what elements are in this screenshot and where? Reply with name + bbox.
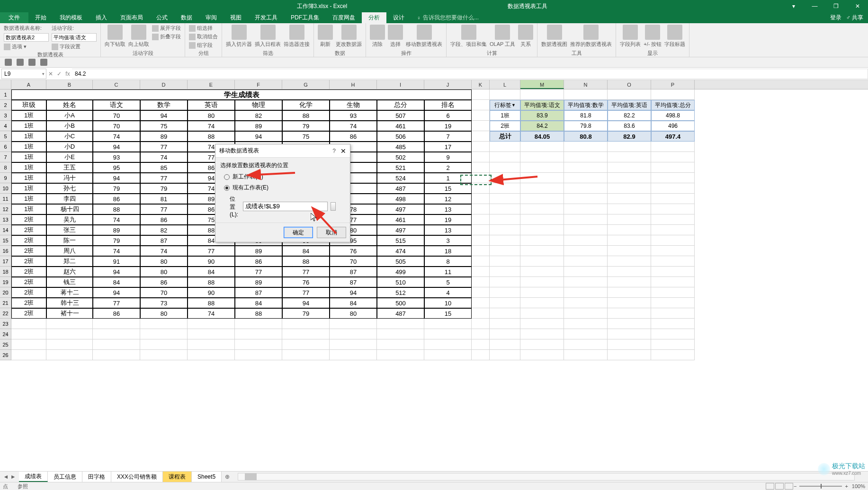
cell[interactable] xyxy=(93,339,140,350)
cell[interactable] xyxy=(651,183,695,194)
cell[interactable] xyxy=(520,89,564,100)
cell[interactable]: 77 xyxy=(188,246,235,256)
tab-view[interactable]: 视图 xyxy=(224,12,248,23)
cell[interactable]: 79 xyxy=(282,121,330,131)
cell[interactable] xyxy=(520,214,564,225)
cell[interactable]: 88 xyxy=(188,298,235,308)
cell[interactable] xyxy=(424,339,472,350)
cell[interactable]: 80 xyxy=(330,308,377,319)
cell[interactable]: 韩十三 xyxy=(46,298,93,308)
cell[interactable]: 487 xyxy=(377,183,424,194)
cell[interactable] xyxy=(651,267,695,277)
cell[interactable]: 1班 xyxy=(11,121,46,131)
cell[interactable]: 85 xyxy=(140,162,188,173)
cell[interactable]: 77 xyxy=(140,204,188,214)
cell[interactable] xyxy=(490,267,520,277)
cell[interactable] xyxy=(235,319,282,329)
cell[interactable]: 90 xyxy=(188,287,235,298)
dialog-close-button[interactable]: ✕ xyxy=(340,147,346,155)
cell[interactable]: 86 xyxy=(140,277,188,287)
cell[interactable] xyxy=(490,246,520,256)
cell[interactable]: 小B xyxy=(46,121,93,131)
cell[interactable]: 82 xyxy=(140,225,188,235)
close-button[interactable]: ✕ xyxy=(847,0,868,12)
cell[interactable]: 86 xyxy=(235,256,282,267)
cell[interactable]: 1班 xyxy=(11,142,46,152)
cell[interactable]: 499 xyxy=(377,267,424,277)
cell[interactable] xyxy=(520,152,564,162)
select-all-corner[interactable] xyxy=(0,80,11,89)
cell[interactable]: 94 xyxy=(140,110,188,121)
cell[interactable]: 87 xyxy=(140,235,188,246)
cell[interactable] xyxy=(651,142,695,152)
cell[interactable] xyxy=(490,142,520,152)
cell[interactable]: 郑二 xyxy=(46,256,93,267)
page-layout-button[interactable] xyxy=(775,483,784,490)
cell[interactable] xyxy=(490,319,520,329)
cell[interactable]: 钱三 xyxy=(46,277,93,287)
cell[interactable]: 小A xyxy=(46,110,93,121)
cell[interactable]: 1班 xyxy=(11,162,46,173)
cell[interactable] xyxy=(564,142,608,152)
cell[interactable]: 90 xyxy=(188,256,235,267)
cell[interactable]: 461 xyxy=(377,214,424,225)
cell[interactable] xyxy=(564,183,608,194)
cell[interactable]: 5 xyxy=(424,277,472,287)
row-header[interactable]: 16 xyxy=(0,246,11,256)
row-header[interactable]: 17 xyxy=(0,256,11,267)
cell[interactable] xyxy=(651,298,695,308)
cell[interactable] xyxy=(520,350,564,360)
cell[interactable] xyxy=(564,267,608,277)
tab-pagelayout[interactable]: 页面布局 xyxy=(114,12,150,23)
cell[interactable]: 83.6 xyxy=(608,121,651,131)
cell[interactable] xyxy=(188,339,235,350)
cell[interactable] xyxy=(377,350,424,360)
cell[interactable] xyxy=(608,329,651,339)
page-break-button[interactable] xyxy=(785,483,793,490)
cell[interactable] xyxy=(608,277,651,287)
cell[interactable]: 84 xyxy=(93,277,140,287)
cell[interactable]: 11 xyxy=(424,267,472,277)
maximize-button[interactable]: ❐ xyxy=(825,0,847,12)
cell[interactable]: 87 xyxy=(330,277,377,287)
cell[interactable] xyxy=(608,235,651,246)
cell[interactable] xyxy=(472,350,490,360)
add-sheet-button[interactable]: ⊕ xyxy=(222,473,233,480)
cell[interactable] xyxy=(472,214,490,225)
cell[interactable] xyxy=(472,131,490,142)
cell[interactable] xyxy=(520,277,564,287)
redo-icon[interactable] xyxy=(28,59,36,66)
cell[interactable] xyxy=(490,152,520,162)
cell[interactable]: 79.8 xyxy=(564,121,608,131)
dialog-help-button[interactable]: ? xyxy=(332,148,336,154)
cell[interactable]: 2班 xyxy=(490,121,520,131)
cell[interactable]: 班级 xyxy=(11,100,46,110)
insert-slicer-button[interactable]: 插入切片器 xyxy=(226,25,252,48)
cell[interactable]: 75 xyxy=(140,121,188,131)
cell[interactable] xyxy=(564,235,608,246)
cell[interactable]: 88 xyxy=(93,204,140,214)
cell[interactable]: 88 xyxy=(235,308,282,319)
cell[interactable] xyxy=(140,339,188,350)
row-header[interactable]: 25 xyxy=(0,339,11,350)
cell[interactable]: 赵六 xyxy=(46,267,93,277)
cell[interactable] xyxy=(564,173,608,183)
cell[interactable]: 86 xyxy=(93,308,140,319)
cell[interactable]: 小E xyxy=(46,152,93,162)
row-header[interactable]: 4 xyxy=(0,121,11,131)
cell[interactable] xyxy=(651,339,695,350)
name-box[interactable]: L9 xyxy=(1,69,46,79)
cell[interactable] xyxy=(188,319,235,329)
cell[interactable] xyxy=(140,319,188,329)
cell[interactable]: 2班 xyxy=(11,298,46,308)
cell[interactable] xyxy=(93,350,140,360)
cell[interactable] xyxy=(472,225,490,235)
cell[interactable]: 86 xyxy=(93,194,140,204)
cell[interactable] xyxy=(472,339,490,350)
cell[interactable] xyxy=(472,142,490,152)
cell[interactable] xyxy=(472,121,490,131)
cell[interactable] xyxy=(282,350,330,360)
cell[interactable] xyxy=(608,287,651,298)
cell[interactable] xyxy=(520,246,564,256)
cell[interactable]: 数学 xyxy=(140,100,188,110)
